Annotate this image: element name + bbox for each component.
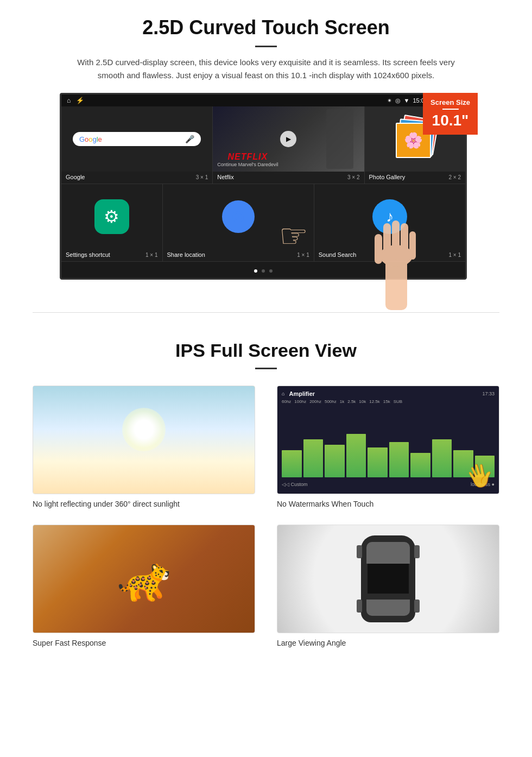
section-divider — [33, 312, 499, 313]
page-dot-1[interactable] — [254, 269, 257, 273]
amplifier-image: ⌂ Amplifier 17:33 60hz100hz200hz500hz1k2… — [277, 386, 499, 494]
share-label: Share location 1 × 1 — [163, 249, 314, 261]
car-visual — [277, 525, 499, 633]
share-thumbnail: G ☞ — [163, 184, 314, 249]
screen-size-badge: Screen Size 10.1" — [423, 93, 478, 135]
cheetah-caption: Super Fast Response — [33, 639, 255, 647]
amp-labels: 60hz100hz200hz500hz1k2.5k10k12.5k15kSUB — [282, 399, 495, 404]
home-icon[interactable]: ⌂ — [67, 97, 71, 104]
android-screen: ⌂ ⚡ ✴ ◎ ▼ 15:06 ⊟ ◁ ⊠ ⊡ — [60, 93, 467, 280]
gallery-label: Photo Gallery 2 × 2 — [365, 172, 466, 184]
eq-bar-3 — [325, 445, 345, 477]
netflix-overlay: NETFLIX Continue Marvel's Daredevil — [217, 152, 278, 167]
feature-car: Large Viewing Angle — [277, 525, 499, 647]
flower-icon: 🌸 — [404, 131, 423, 149]
share-app-name: Share location — [167, 251, 205, 258]
sunlight-image — [33, 386, 255, 494]
page: 2.5D Curved Touch Screen With 2.5D curve… — [0, 0, 532, 669]
location-icon: ◎ — [395, 97, 401, 104]
eq-bar-4 — [346, 434, 366, 477]
usb-icon: ⚡ — [76, 97, 84, 104]
feature-amplifier: ⌂ Amplifier 17:33 60hz100hz200hz500hz1k2… — [277, 386, 499, 508]
gallery-app-size: 2 × 2 — [448, 174, 461, 180]
amplifier-caption: No Watermarks When Touch — [277, 500, 499, 508]
sound-app-size: 1 × 1 — [448, 252, 461, 258]
google-logo: Google — [79, 135, 102, 143]
amp-header: ⌂ Amplifier 17:33 — [282, 390, 495, 397]
car-wheel-fl — [357, 545, 362, 558]
settings-app-size: 1 × 1 — [145, 252, 158, 258]
netflix-app-name: Netflix — [217, 174, 234, 180]
eq-bar-2 — [303, 439, 324, 477]
google-search-bar[interactable]: Google 🎤 — [73, 132, 201, 146]
badge-line — [442, 109, 459, 110]
page-dot-3[interactable] — [269, 269, 273, 273]
car-wheel-fr — [414, 545, 420, 558]
status-bar: ⌂ ⚡ ✴ ◎ ▼ 15:06 ⊟ ◁ ⊠ ⊡ — [61, 94, 465, 106]
app-cell-share-location[interactable]: G ☞ Share location 1 × 1 — [163, 184, 314, 261]
netflix-subtitle: Continue Marvel's Daredevil — [217, 162, 278, 167]
share-app-size: 1 × 1 — [297, 252, 309, 258]
section1-description: With 2.5D curved-display screen, this de… — [76, 56, 456, 82]
feature-sunlight: No light reflecting under 360° direct su… — [33, 386, 255, 508]
section1-underline — [255, 46, 277, 47]
settings-app-name: Settings shortcut — [66, 251, 110, 258]
sunlight-caption: No light reflecting under 360° direct su… — [33, 500, 255, 508]
bluetooth-icon: ✴ — [387, 97, 392, 104]
car-image — [277, 525, 499, 633]
sound-thumbnail: ♪ — [314, 184, 465, 249]
app-cell-netflix[interactable]: ▶ NETFLIX Continue Marvel's Daredevil Ne… — [213, 106, 364, 184]
eq-bar-7 — [410, 453, 430, 477]
car-roof — [368, 564, 409, 594]
car-top-view — [361, 535, 415, 622]
hand-pointer: ☞ — [279, 217, 308, 249]
app-row-2: ⚙ Settings shortcut 1 × 1 G — [61, 184, 465, 262]
sunlight-visual — [33, 386, 255, 494]
app-cell-sound[interactable]: ♪ Sound Search 1 × 1 — [314, 184, 465, 261]
cheetah-image: 🐆 — [33, 525, 255, 633]
maps-icon: G — [222, 200, 255, 233]
netflix-logo: NETFLIX — [217, 152, 278, 162]
netflix-thumbnail: ▶ NETFLIX Continue Marvel's Daredevil — [213, 106, 364, 172]
sound-icon: ♪ — [372, 199, 407, 234]
section2-underline — [255, 368, 277, 369]
cheetah-visual: 🐆 — [33, 525, 255, 633]
mic-icon: 🎤 — [185, 135, 194, 143]
google-thumbnail: Google 🎤 — [61, 106, 212, 172]
settings-thumbnail: ⚙ — [61, 184, 162, 249]
car-wheel-rl — [357, 600, 362, 613]
app-row-1: Google 🎤 Google 3 × 1 — [61, 106, 465, 184]
amp-footer: ◁◁ Custom loudness ● — [282, 480, 495, 489]
amplifier-visual: ⌂ Amplifier 17:33 60hz100hz200hz500hz1k2… — [277, 386, 499, 494]
car-windshield — [366, 542, 410, 564]
pagination — [61, 262, 465, 278]
settings-icon: ⚙ — [94, 199, 129, 234]
eq-bar-8 — [432, 439, 452, 477]
amp-title: Amplifier — [289, 390, 315, 397]
badge-label: Screen Size — [430, 98, 470, 106]
netflix-app-size: 3 × 2 — [347, 174, 360, 180]
cheetah-icon: 🐆 — [117, 553, 171, 604]
amp-custom-btn[interactable]: ◁◁ Custom — [282, 482, 308, 487]
gallery-app-name: Photo Gallery — [369, 174, 406, 180]
section1-title: 2.5D Curved Touch Screen — [33, 16, 499, 39]
google-app-name: Google — [66, 174, 85, 180]
app-cell-google[interactable]: Google 🎤 Google 3 × 1 — [61, 106, 213, 184]
feature-cheetah: 🐆 Super Fast Response — [33, 525, 255, 647]
person-silhouette — [326, 109, 353, 169]
netflix-label: Netflix 3 × 2 — [213, 172, 364, 184]
status-left: ⌂ ⚡ — [67, 97, 84, 104]
car-rear-window — [366, 600, 410, 616]
device-container: Screen Size 10.1" ⌂ ⚡ ✴ ◎ ▼ 15:06 — [60, 93, 472, 280]
app-cell-settings[interactable]: ⚙ Settings shortcut 1 × 1 — [61, 184, 163, 261]
google-label: Google 3 × 1 — [61, 172, 212, 184]
eq-bar-5 — [368, 447, 388, 477]
eq-bar-1 — [282, 450, 302, 477]
sun-burst — [122, 408, 166, 451]
sound-label: Sound Search 1 × 1 — [314, 249, 465, 261]
page-dot-2[interactable] — [262, 269, 265, 273]
amp-home-icon: ⌂ — [282, 391, 284, 396]
eq-bar-6 — [389, 442, 409, 477]
settings-label: Settings shortcut 1 × 1 — [61, 249, 162, 261]
wifi-icon: ▼ — [404, 97, 410, 104]
